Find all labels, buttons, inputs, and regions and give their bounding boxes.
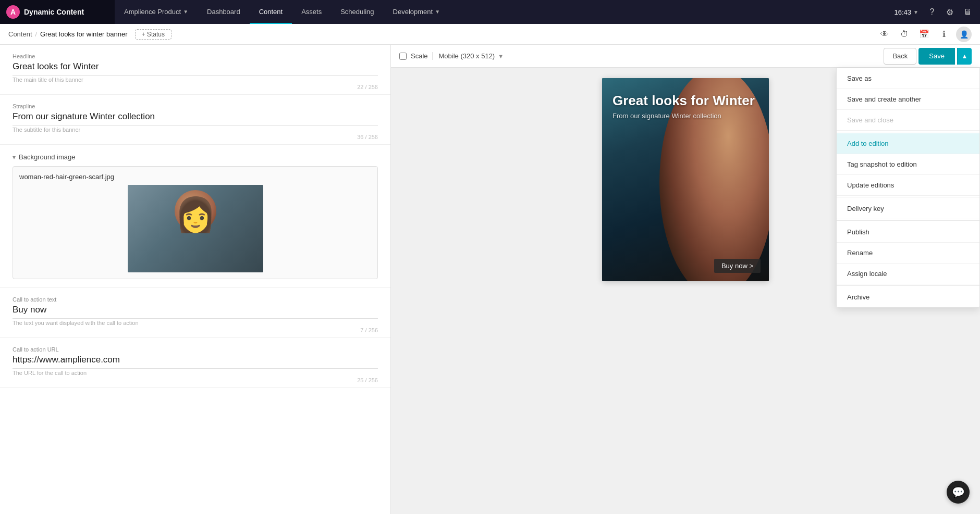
cta-url-description: The URL for the call to action [13, 370, 378, 376]
breadcrumb-current-page: Great looks for winter banner [40, 30, 128, 38]
device-selector[interactable]: Mobile (320 x 512) ▼ [432, 52, 504, 60]
image-preview-inner [128, 185, 263, 272]
visibility-icon[interactable]: 👁 [877, 27, 892, 42]
collapse-icon[interactable]: ▾ [13, 154, 16, 161]
editor-panel: Headline Great looks for Winter The main… [0, 45, 391, 514]
dropdown-item-assign-locale[interactable]: Assign locale [837, 264, 979, 284]
dropdown-item-publish[interactable]: Publish [837, 222, 979, 243]
preview-banner: Great looks for Winter From our signatur… [602, 78, 769, 281]
nav-item-content[interactable]: Content [250, 0, 292, 24]
main-layout: Headline Great looks for Winter The main… [0, 45, 980, 514]
dropdown-item-add-to-edition[interactable]: Add to edition [837, 133, 979, 154]
breadcrumb-bar: Content / Great looks for winter banner … [0, 24, 980, 45]
breadcrumb-actions: 👁 ⏱ 📅 ℹ 👤 [877, 27, 972, 42]
preview-banner-subtitle: From our signature Winter collection [612, 112, 758, 120]
cta-text-section: Call to action text Buy now The text you… [0, 288, 390, 338]
cta-text-counter: 7 / 256 [13, 327, 378, 333]
nav-item-assets[interactable]: Assets [292, 0, 331, 24]
cta-text-label: Call to action text [13, 296, 378, 303]
dropdown-item-save-and-close: Save and close [837, 110, 979, 131]
dropdown-item-save-and-create-another[interactable]: Save and create another [837, 89, 979, 110]
nav-item-scheduling[interactable]: Scheduling [331, 0, 383, 24]
scale-label: Scale [411, 52, 428, 60]
cta-url-value[interactable]: https://www.amplience.com [13, 355, 378, 366]
save-dropdown-menu: Save as Save and create another Save and… [836, 68, 980, 308]
image-card[interactable]: woman-red-hair-green-scarf.jpg [13, 166, 378, 279]
clock-display: 16:43 ▼ [890, 8, 923, 16]
dropdown-item-rename[interactable]: Rename [837, 243, 979, 264]
cta-url-label: Call to action URL [13, 346, 378, 353]
preview-toolbar-right: Back Save ▲ [884, 48, 972, 65]
image-filename: woman-red-hair-green-scarf.jpg [19, 173, 371, 181]
dropdown-divider-4 [837, 285, 979, 286]
top-navigation: A Dynamic Content Amplience Product ▼ Da… [0, 0, 980, 24]
nav-items: Amplience Product ▼ Dashboard Content As… [115, 0, 886, 24]
strapline-label: Strapline [13, 103, 378, 109]
info-icon[interactable]: ℹ [936, 27, 952, 42]
strapline-section: Strapline From our signature Winter coll… [0, 95, 390, 145]
nav-item-amplience-product[interactable]: Amplience Product ▼ [115, 0, 198, 24]
chevron-down-icon: ▼ [498, 53, 504, 59]
status-button[interactable]: + Status [135, 29, 172, 40]
dropdown-divider-2 [837, 197, 979, 197]
preview-toolbar: Scale Mobile (320 x 512) ▼ Back Save ▲ [391, 45, 980, 68]
dropdown-divider-1 [837, 132, 979, 132]
headline-label: Headline [13, 53, 378, 59]
scale-checkbox[interactable] [399, 53, 407, 60]
calendar-icon[interactable]: 📅 [916, 27, 932, 42]
app-title: Dynamic Content [24, 8, 84, 16]
chat-bubble-button[interactable]: 💬 [947, 481, 970, 504]
settings-icon[interactable]: ⚙ [941, 4, 958, 20]
headline-counter: 22 / 256 [13, 84, 378, 90]
topnav-right: 16:43 ▼ ? ⚙ 🖥 [886, 4, 980, 20]
cta-url-section: Call to action URL https://www.amplience… [0, 338, 390, 388]
strapline-description: The subtitle for this banner [13, 127, 378, 133]
avatar[interactable]: 👤 [956, 27, 972, 42]
headline-section: Headline Great looks for Winter The main… [0, 45, 390, 95]
logo-icon: A [6, 5, 20, 19]
chevron-down-icon: ▼ [435, 9, 440, 15]
dropdown-item-tag-snapshot-to-edition[interactable]: Tag snapshot to edition [837, 154, 979, 175]
preview-banner-image: Great looks for Winter From our signatur… [602, 78, 769, 281]
strapline-value[interactable]: From our signature Winter collection [13, 111, 378, 123]
strapline-counter: 36 / 256 [13, 134, 378, 140]
headline-description: The main title of this banner [13, 77, 378, 83]
dropdown-item-save-as[interactable]: Save as [837, 68, 979, 89]
image-preview [128, 185, 263, 272]
history-icon[interactable]: ⏱ [897, 27, 912, 42]
cta-text-description: The text you want displayed with the cal… [13, 320, 378, 326]
back-button[interactable]: Back [884, 48, 916, 65]
nav-item-dashboard[interactable]: Dashboard [198, 0, 250, 24]
background-image-header: ▾ Background image [13, 153, 378, 161]
preview-panel: Scale Mobile (320 x 512) ▼ Back Save ▲ G… [391, 45, 980, 514]
chevron-down-icon: ▼ [183, 9, 188, 15]
nav-item-development[interactable]: Development ▼ [384, 0, 450, 24]
dropdown-item-update-editions[interactable]: Update editions [837, 175, 979, 196]
background-image-label: Background image [19, 153, 75, 161]
preview-cta-button: Buy now > [714, 259, 761, 273]
background-image-section: ▾ Background image woman-red-hair-green-… [0, 145, 390, 288]
cta-text-value[interactable]: Buy now [13, 305, 378, 316]
chevron-down-icon: ▼ [913, 9, 918, 15]
breadcrumb-content-link[interactable]: Content [8, 30, 32, 38]
help-icon[interactable]: ? [924, 4, 940, 20]
save-button[interactable]: Save [918, 48, 955, 65]
cta-url-counter: 25 / 256 [13, 377, 378, 383]
app-logo[interactable]: A Dynamic Content [0, 0, 115, 24]
dropdown-item-archive[interactable]: Archive [837, 287, 979, 307]
dropdown-divider-3 [837, 220, 979, 221]
breadcrumb-separator: / [35, 31, 37, 38]
notifications-icon[interactable]: 🖥 [959, 4, 976, 20]
dropdown-item-delivery-key[interactable]: Delivery key [837, 198, 979, 219]
preview-banner-overlay: Great looks for Winter From our signatur… [602, 78, 769, 281]
preview-banner-title: Great looks for Winter [612, 93, 758, 109]
headline-value[interactable]: Great looks for Winter [13, 61, 378, 73]
save-dropdown-button[interactable]: ▲ [957, 48, 972, 65]
